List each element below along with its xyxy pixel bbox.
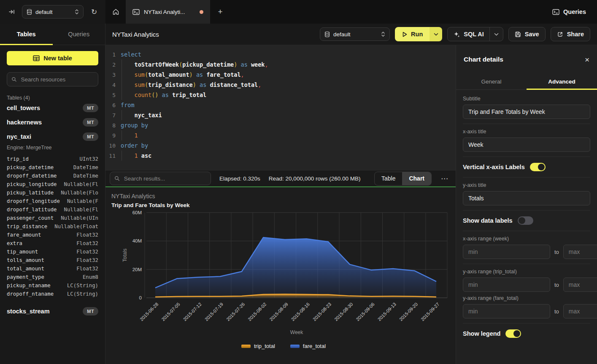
x-tick-label: 2015-08-23 [312,302,332,322]
run-options-button[interactable] [430,27,442,41]
engine-badge: MT [83,104,98,112]
y-axis-title-field[interactable] [463,191,590,205]
column-row: dropoff_longitudeNullable(F [7,197,98,205]
table-grid-icon [33,55,40,61]
vertical-x-labels-label: Vertical x-axis Labels [463,164,525,170]
view-toggle-table[interactable]: Table [375,172,402,185]
elapsed-stat: Elapsed: 0.320s [219,175,260,182]
vertical-x-labels-toggle[interactable] [530,163,546,171]
legend-label: fare_total [303,343,326,349]
sql-editor[interactable]: 1select2 toStartOfWeek(pickup_datetime) … [105,45,456,170]
tables-section-title: Tables (4) [7,95,98,101]
share-button[interactable]: Share [551,27,590,41]
run-button-main[interactable]: Run [395,27,430,41]
column-row: extraFloat32 [7,239,98,248]
column-row: pickup_ntanameLC(String) [7,281,98,290]
column-row: payment_typeEnum8 [7,273,98,281]
tab-nytaxi-analytics[interactable]: NYTaxi Analyti... [126,0,210,24]
y-range-trip-min-field[interactable] [463,278,550,292]
column-row: fare_amountFloat32 [7,231,98,239]
sql-ai-options-button[interactable] [489,27,499,41]
x-tick-label: 2015-09-06 [355,302,375,322]
code-line: 4 sum(trip_distance) as distance_total, [105,80,456,90]
save-icon [515,31,521,38]
y-range-trip-max-field[interactable] [563,278,597,292]
close-icon[interactable]: × [585,56,589,64]
engine-badge: MT [83,307,98,315]
sql-ai-button[interactable]: SQL AI [447,27,503,41]
run-button[interactable]: Run [395,27,442,41]
x-tick-label: 2015-07-12 [182,302,203,322]
queries-top-button[interactable]: Queries [552,0,586,24]
editor-tab-strip: NYTaxi Analyti... + Queries [105,0,597,24]
code-line: 9 1 [105,130,456,140]
refresh-button[interactable]: ↻ [88,5,100,18]
unsaved-indicator-dot [200,10,203,14]
sidebar-body: New table Tables (4) cell_towers MT hack… [0,45,105,318]
topbar-database-select[interactable]: default [22,5,84,19]
query-database-select[interactable]: default [320,27,390,41]
results-more-button[interactable]: ⋯ [440,174,451,183]
subtitle-field[interactable] [463,105,590,119]
search-icon [114,175,120,181]
x-tick-label: 2015-07-05 [160,302,181,322]
svg-text:60M: 60M [132,210,142,215]
sidebar-tab-tables[interactable]: Tables [0,24,53,45]
y-axis-title: Totals [122,248,128,262]
code-line: 2 toStartOfWeek(pickup_datetime) as week… [105,59,456,70]
y-range-fare-max-field[interactable] [563,304,597,318]
view-toggle-chart[interactable]: Chart [402,172,431,185]
query-title: NYTaxi Analytics [112,31,159,38]
database-icon [27,9,32,15]
y-range-fare-min-field[interactable] [463,304,550,318]
column-row: passenger_countNullable(UIn [7,214,98,222]
sidebar-tab-queries[interactable]: Queries [53,24,105,45]
show-data-labels-toggle[interactable] [518,216,533,225]
query-toolbar: NYTaxi Analytics default Run SQL AI [105,24,597,45]
top-bar-left: default ↻ [0,0,105,24]
y-range-fare-label: y-axis range (fare_total) [463,295,590,301]
share-icon [557,31,563,38]
x-tick-label: 2015-09-27 [420,302,440,322]
column-row: trip_idUInt32 [7,155,98,163]
x-axis-title: Week [290,329,303,335]
resource-search-input[interactable] [20,76,94,83]
y-axis-title-label: y-axis title [463,182,590,188]
column-row: pickup_latitudeNullable(Flo [7,189,98,197]
table-item-stocks-stream[interactable]: stocks_stream MT [7,304,98,318]
save-label: Save [525,31,539,38]
query-database-value: default [333,31,378,38]
results-search-input[interactable] [123,175,206,182]
x-range-min-field[interactable] [463,245,550,259]
x-tick-label: 2015-08-02 [247,302,267,322]
new-table-button[interactable]: New table [7,51,98,65]
sidebar-tabs: Tables Queries [0,24,105,45]
legend-item-fare_total[interactable]: fare_total [290,343,326,349]
table-name: cell_towers [7,105,40,111]
divider [463,264,590,264]
to-label: to [554,282,559,288]
chart-subtitle: Trip and Fare Totals by Week [111,201,456,210]
table-name: nyc_taxi [7,133,31,140]
legend-item-trip_total[interactable]: trip_total [241,343,275,349]
table-item-cell-towers[interactable]: cell_towers MT [7,101,98,115]
table-item-hackernews[interactable]: hackernews MT [7,115,98,129]
tab-label: NYTaxi Analyti... [144,9,195,15]
save-button[interactable]: Save [508,27,546,41]
table-item-nyc-taxi[interactable]: nyc_taxi MT [7,129,98,144]
new-tab-button[interactable]: + [210,0,230,24]
collapse-sidebar-button[interactable] [5,5,18,18]
database-icon [324,31,330,38]
home-button[interactable] [105,0,126,24]
panel-tab-general[interactable]: General [456,74,527,89]
table-name: hackernews [7,119,42,126]
show-legend-toggle[interactable] [505,329,521,338]
panel-tab-advanced[interactable]: Advanced [527,74,597,89]
terminal-icon [132,9,140,15]
panel-header: Chart details × [456,45,597,74]
divider [463,323,590,324]
chart-title: NYTaxi Analytics [111,191,456,201]
x-axis-title-field[interactable] [463,138,590,152]
x-range-max-field[interactable] [563,245,597,259]
topbar-database-value: default [35,9,71,15]
